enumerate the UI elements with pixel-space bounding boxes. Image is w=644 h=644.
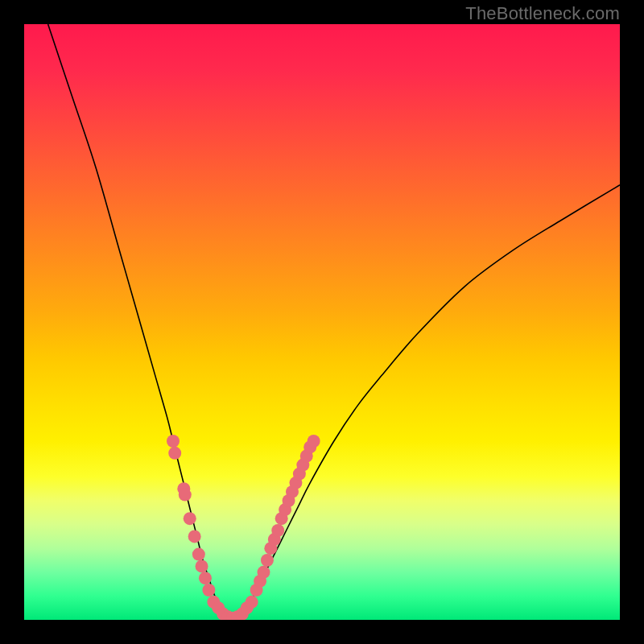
data-point <box>196 559 208 572</box>
data-point <box>179 489 192 502</box>
data-point <box>261 554 274 567</box>
data-point <box>271 524 284 537</box>
data-point <box>257 566 270 579</box>
plot-area <box>24 24 620 620</box>
data-point <box>308 435 320 448</box>
data-points <box>167 435 320 620</box>
data-point <box>246 596 258 609</box>
data-point <box>188 530 201 543</box>
data-point <box>202 584 215 597</box>
chart-svg <box>24 24 620 620</box>
data-point <box>167 435 180 448</box>
right-curve <box>233 185 620 620</box>
data-point <box>199 572 212 584</box>
data-point <box>184 512 196 525</box>
data-point <box>168 447 181 460</box>
data-point <box>192 548 205 561</box>
chart-frame: TheBottleneck.com <box>0 0 644 644</box>
watermark-text: TheBottleneck.com <box>465 3 620 24</box>
left-curve <box>48 24 233 620</box>
